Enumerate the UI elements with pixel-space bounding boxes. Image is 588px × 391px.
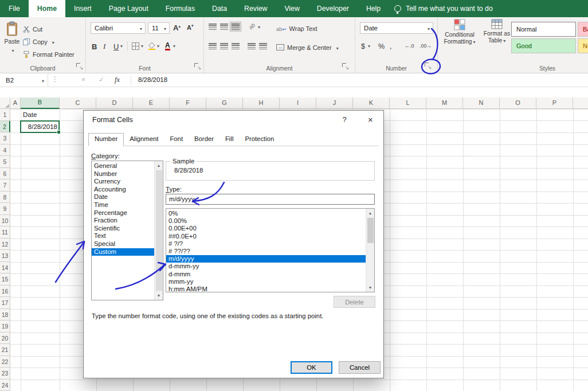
column-header-o[interactable]: O — [500, 97, 536, 109]
column-header-a[interactable]: A — [10, 97, 21, 109]
scroll-down-icon[interactable] — [366, 283, 374, 292]
percent-style-button[interactable]: % — [378, 41, 385, 52]
enter-button-formula[interactable]: ✓ — [99, 73, 104, 87]
align-bottom-button[interactable] — [232, 24, 240, 30]
align-top-button[interactable] — [209, 24, 217, 30]
column-header-h[interactable]: H — [243, 97, 280, 109]
row-header-4[interactable]: 4 — [0, 144, 10, 157]
column-header-b[interactable]: B — [21, 97, 60, 109]
category-scrollbar[interactable] — [154, 161, 163, 300]
category-number[interactable]: Number — [92, 170, 154, 178]
row-header-19[interactable]: 19 — [0, 320, 10, 333]
tell-me-search[interactable]: Tell me what you want to do — [394, 0, 493, 17]
ribbon-tab-data[interactable]: Data — [203, 0, 236, 17]
row-header-3[interactable]: 3 — [0, 132, 10, 144]
category-currency[interactable]: Currency — [92, 178, 154, 186]
font-dialog-launcher-icon[interactable] — [194, 63, 201, 70]
category-date[interactable]: Date — [92, 193, 154, 201]
row-header-5[interactable]: 5 — [0, 156, 10, 168]
format-as-table-button[interactable]: Format as Table — [481, 19, 512, 45]
select-all-corner[interactable] — [0, 97, 10, 109]
comma-style-button[interactable]: , — [390, 41, 391, 52]
type-option-mmm-yy[interactable]: mmm-yy — [166, 278, 366, 286]
row-header-16[interactable]: 16 — [0, 286, 10, 298]
cancel-button-formula[interactable]: × — [81, 73, 85, 87]
type-option-0-00e-00[interactable]: 0.00E+00 — [166, 225, 366, 232]
type-option-h-mm-am-pm[interactable]: h:mm AM/PM — [166, 286, 366, 292]
copy-button[interactable]: Copy — [23, 36, 54, 48]
type-option-[interactable]: # ??/?? — [166, 248, 366, 255]
row-header-11[interactable]: 11 — [0, 226, 10, 238]
column-header-i[interactable]: I — [280, 97, 316, 109]
accounting-format-button[interactable]: $ — [361, 41, 365, 52]
font-color-dropdown-icon[interactable]: ▾ — [173, 44, 175, 49]
dialog-tab-alignment[interactable]: Alignment — [124, 134, 164, 146]
ribbon-tab-view[interactable]: View — [276, 0, 308, 17]
category-general[interactable]: General — [92, 162, 154, 170]
category-scientific[interactable]: Scientific — [92, 225, 154, 233]
dialog-close-button[interactable]: × — [358, 111, 383, 129]
style-normal-chip[interactable]: Normal — [511, 22, 576, 37]
category-special[interactable]: Special — [92, 240, 154, 248]
category-fraction[interactable]: Fraction — [92, 217, 154, 225]
font-size-select[interactable]: 11 — [148, 22, 170, 34]
cut-button[interactable]: Cut — [23, 23, 42, 35]
column-header-j[interactable]: J — [316, 97, 353, 109]
row-header-13[interactable]: 13 — [0, 250, 10, 262]
scrollbar-thumb[interactable] — [367, 218, 374, 243]
decrease-indent-button[interactable] — [248, 43, 256, 49]
scroll-up-icon[interactable] — [366, 209, 374, 217]
name-box[interactable]: B2 — [0, 73, 48, 87]
style-bad-chip[interactable]: Bad — [578, 22, 588, 37]
column-header-l[interactable]: L — [390, 97, 426, 109]
ribbon-tab-review[interactable]: Review — [236, 0, 276, 17]
ok-button[interactable]: OK — [291, 361, 332, 374]
type-option-[interactable]: # ?/? — [166, 240, 366, 248]
row-header-17[interactable]: 17 — [0, 297, 10, 309]
dialog-help-button[interactable]: ? — [333, 111, 356, 129]
row-header-21[interactable]: 21 — [0, 344, 10, 356]
increase-font-size-button[interactable] — [173, 24, 181, 32]
type-option-m-d-yyyy[interactable]: m/d/yyyy — [166, 255, 366, 263]
column-header-m[interactable]: M — [426, 97, 463, 109]
row-header-15[interactable]: 15 — [0, 273, 10, 286]
row-header-10[interactable]: 10 — [0, 215, 10, 227]
bold-button[interactable]: B — [92, 41, 97, 52]
conditional-formatting-button[interactable]: Conditional Formatting — [440, 19, 479, 46]
formula-bar-value[interactable]: 8/28/2018 — [138, 73, 167, 87]
clipboard-dialog-launcher-icon[interactable] — [76, 63, 83, 70]
orientation-dropdown-icon[interactable]: ▾ — [258, 25, 260, 30]
font-color-button[interactable] — [165, 42, 170, 50]
number-dialog-launcher-icon[interactable] — [425, 62, 432, 69]
row-header-18[interactable]: 18 — [0, 309, 10, 321]
row-header-12[interactable]: 12 — [0, 238, 10, 251]
type-option-0-0e-0[interactable]: ##0.0E+0 — [166, 233, 366, 240]
wrap-text-button[interactable]: Wrap Text — [276, 22, 317, 34]
align-center-button[interactable] — [220, 43, 228, 49]
accounting-dropdown-icon[interactable]: ▾ — [368, 44, 370, 49]
number-format-select[interactable]: Date — [360, 22, 433, 34]
ribbon-tab-formulas[interactable]: Formulas — [157, 0, 203, 17]
scrollbar-thumb[interactable] — [156, 170, 162, 291]
cancel-button[interactable]: Cancel — [339, 361, 381, 374]
type-option-0-00[interactable]: 0.00% — [166, 217, 366, 225]
column-header-c[interactable]: C — [60, 97, 96, 109]
scroll-up-icon[interactable] — [155, 161, 163, 170]
type-scrollbar[interactable] — [366, 209, 374, 292]
align-left-button[interactable] — [209, 43, 217, 49]
column-header-d[interactable]: D — [96, 97, 133, 109]
ribbon-tab-help[interactable]: Help — [358, 0, 389, 17]
category-accounting[interactable]: Accounting — [92, 186, 154, 194]
category-text[interactable]: Text — [92, 232, 154, 240]
style-neutral-chip[interactable]: Neutral — [578, 38, 588, 53]
category-percentage[interactable]: Percentage — [92, 209, 154, 217]
dialog-tab-protection[interactable]: Protection — [239, 134, 280, 146]
merge-center-button[interactable]: Merge & Center — [276, 41, 339, 53]
row-header-1[interactable]: 1 — [0, 109, 10, 121]
ribbon-tab-home[interactable]: Home — [29, 0, 65, 17]
dialog-tab-fill[interactable]: Fill — [219, 134, 239, 146]
type-input[interactable]: m/d/yyyy — [166, 194, 375, 205]
row-header-20[interactable]: 20 — [0, 333, 10, 345]
format-painter-button[interactable]: Format Painter — [23, 48, 75, 60]
row-header-23[interactable]: 23 — [0, 367, 10, 380]
